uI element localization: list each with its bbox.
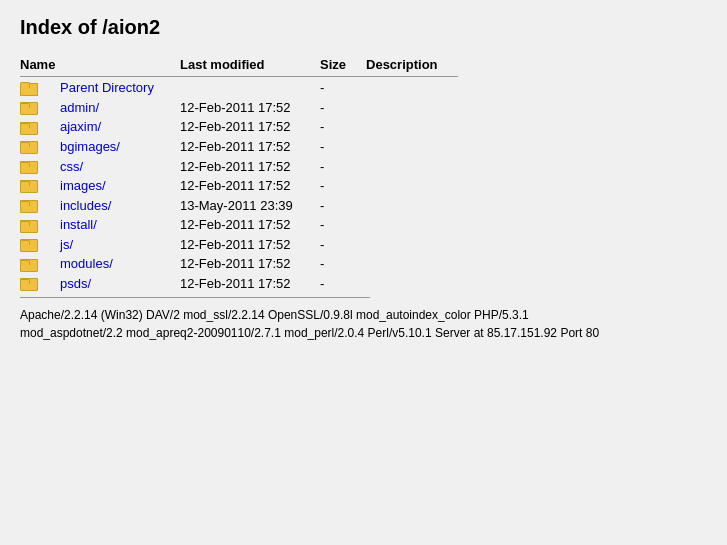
entry-desc	[366, 137, 458, 157]
folder-icon-cell	[20, 254, 60, 274]
sort-by-size-link[interactable]: Size	[320, 57, 346, 72]
entry-date: 12-Feb-2011 17:52	[180, 176, 320, 196]
server-info: Apache/2.2.14 (Win32) DAV/2 mod_ssl/2.2.…	[20, 306, 620, 342]
parent-directory-desc	[366, 77, 458, 98]
entry-desc	[366, 117, 458, 137]
entry-link[interactable]: ajaxim/	[60, 119, 101, 134]
entry-size: -	[320, 215, 366, 235]
entry-desc	[366, 235, 458, 255]
entry-name-cell: bgimages/	[60, 137, 180, 157]
sort-by-date-link[interactable]: Last modified	[180, 57, 265, 72]
folder-icon-cell	[20, 195, 60, 215]
folder-icon	[20, 160, 36, 174]
entry-name-cell: css/	[60, 156, 180, 176]
entry-link[interactable]: psds/	[60, 276, 91, 291]
entry-size: -	[320, 195, 366, 215]
table-row: ajaxim/ 12-Feb-2011 17:52 -	[20, 117, 458, 137]
entry-date: 12-Feb-2011 17:52	[180, 117, 320, 137]
entry-date: 12-Feb-2011 17:52	[180, 98, 320, 118]
entry-size: -	[320, 98, 366, 118]
entry-desc	[366, 195, 458, 215]
description-header: Description	[366, 57, 438, 72]
entry-link[interactable]: bgimages/	[60, 139, 120, 154]
entry-size: -	[320, 235, 366, 255]
folder-icon	[20, 179, 36, 193]
entry-date: 12-Feb-2011 17:52	[180, 215, 320, 235]
entry-desc	[366, 215, 458, 235]
table-row: css/ 12-Feb-2011 17:52 -	[20, 156, 458, 176]
table-row: images/ 12-Feb-2011 17:52 -	[20, 176, 458, 196]
folder-icon-cell	[20, 98, 60, 118]
entry-date: 12-Feb-2011 17:52	[180, 137, 320, 157]
entry-desc	[366, 176, 458, 196]
entry-link[interactable]: admin/	[60, 100, 99, 115]
entry-name-cell: admin/	[60, 98, 180, 118]
parent-directory-date	[180, 77, 320, 98]
parent-directory-size: -	[320, 77, 366, 98]
folder-icon	[20, 258, 36, 272]
parent-folder-icon	[20, 80, 36, 96]
entry-name-cell: ajaxim/	[60, 117, 180, 137]
entry-size: -	[320, 156, 366, 176]
entry-name-cell: modules/	[60, 254, 180, 274]
entry-name-cell: images/	[60, 176, 180, 196]
entry-link[interactable]: modules/	[60, 256, 113, 271]
entry-desc	[366, 156, 458, 176]
parent-folder-icon-cell	[20, 77, 60, 98]
bottom-divider	[20, 297, 370, 298]
sort-by-name-link[interactable]: Name	[20, 57, 55, 72]
table-row: install/ 12-Feb-2011 17:52 -	[20, 215, 458, 235]
table-row: psds/ 12-Feb-2011 17:52 -	[20, 274, 458, 294]
folder-icon	[20, 101, 36, 115]
entry-desc	[366, 254, 458, 274]
table-row: bgimages/ 12-Feb-2011 17:52 -	[20, 137, 458, 157]
folder-icon-cell	[20, 117, 60, 137]
folder-icon	[20, 199, 36, 213]
entry-name-cell: psds/	[60, 274, 180, 294]
folder-icon	[20, 121, 36, 135]
folder-icon-cell	[20, 235, 60, 255]
folder-icon-cell	[20, 274, 60, 294]
entry-date: 12-Feb-2011 17:52	[180, 274, 320, 294]
folder-icon	[20, 277, 36, 291]
table-row: admin/ 12-Feb-2011 17:52 -	[20, 98, 458, 118]
entry-date: 13-May-2011 23:39	[180, 195, 320, 215]
entry-name-cell: install/	[60, 215, 180, 235]
folder-icon-cell	[20, 156, 60, 176]
entry-date: 12-Feb-2011 17:52	[180, 235, 320, 255]
entry-name-cell: includes/	[60, 195, 180, 215]
parent-directory-link[interactable]: Parent Directory	[60, 80, 154, 95]
entry-size: -	[320, 254, 366, 274]
entry-size: -	[320, 274, 366, 294]
entry-desc	[366, 274, 458, 294]
table-row: js/ 12-Feb-2011 17:52 -	[20, 235, 458, 255]
parent-directory-name-cell: Parent Directory	[60, 77, 180, 98]
entry-date: 12-Feb-2011 17:52	[180, 254, 320, 274]
directory-listing-table: Name Last modified Size Description Pare…	[20, 55, 458, 293]
entry-size: -	[320, 117, 366, 137]
entry-link[interactable]: install/	[60, 217, 97, 232]
entry-size: -	[320, 137, 366, 157]
entry-desc	[366, 98, 458, 118]
entry-link[interactable]: includes/	[60, 198, 111, 213]
entry-link[interactable]: css/	[60, 159, 83, 174]
entry-link[interactable]: images/	[60, 178, 106, 193]
table-row: modules/ 12-Feb-2011 17:52 -	[20, 254, 458, 274]
entry-link[interactable]: js/	[60, 237, 73, 252]
folder-icon-cell	[20, 176, 60, 196]
folder-icon	[20, 219, 36, 233]
folder-icon	[20, 140, 36, 154]
parent-directory-row: Parent Directory -	[20, 77, 458, 98]
folder-icon-cell	[20, 215, 60, 235]
entry-size: -	[320, 176, 366, 196]
page-title: Index of /aion2	[20, 16, 707, 39]
folder-icon-cell	[20, 137, 60, 157]
entry-name-cell: js/	[60, 235, 180, 255]
entry-date: 12-Feb-2011 17:52	[180, 156, 320, 176]
table-row: includes/ 13-May-2011 23:39 -	[20, 195, 458, 215]
folder-icon	[20, 238, 36, 252]
